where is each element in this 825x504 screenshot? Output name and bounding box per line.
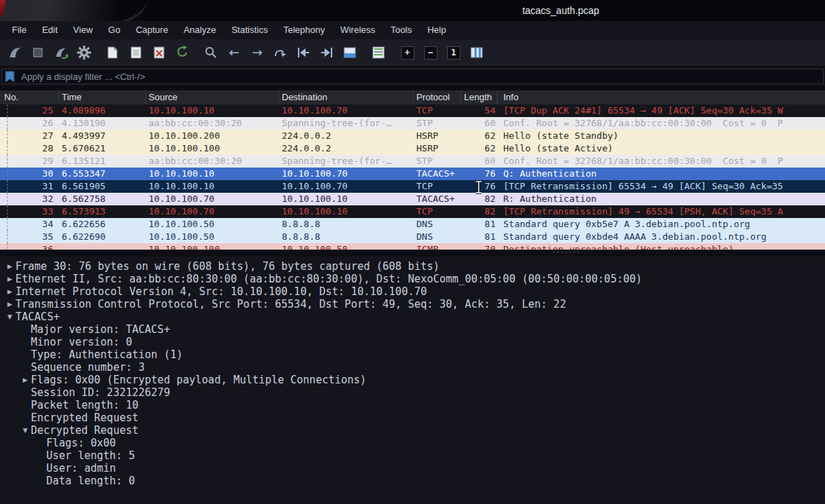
- go-first-packet-button[interactable]: [295, 43, 312, 62]
- detail-line-type[interactable]: Type: Authentication (1): [0, 348, 825, 361]
- splitter-grip-icon: [553, 247, 581, 256]
- detail-line-data-length[interactable]: Data length: 0: [0, 475, 825, 487]
- column-header-no[interactable]: No.: [0, 90, 59, 104]
- menu-item-file[interactable]: File: [4, 21, 34, 39]
- go-last-packet-button[interactable]: [318, 43, 335, 62]
- auto-scroll-button[interactable]: [341, 43, 358, 62]
- detail-line-frame[interactable]: Frame 30: 76 bytes on wire (608 bits), 7…: [0, 260, 825, 273]
- column-header-info[interactable]: Info: [498, 90, 825, 104]
- column-header-protocol[interactable]: Protocol: [414, 90, 461, 104]
- pane-splitter[interactable]: [0, 250, 825, 257]
- packet-list-pane: No. Time Source Destination Protocol Len…: [0, 90, 825, 250]
- save-file-icon: [128, 44, 144, 61]
- detail-line-flags[interactable]: Flags: 0x00 (Encrypted payload, Multiple…: [0, 374, 825, 386]
- detail-line-user[interactable]: User: admin: [0, 462, 825, 475]
- capture-options-button[interactable]: [76, 43, 93, 62]
- detail-line-decrypted-flags[interactable]: Flags: 0x00: [0, 437, 825, 449]
- display-filter-input[interactable]: [20, 71, 820, 83]
- colorize-button[interactable]: [370, 43, 387, 62]
- packet-row-28[interactable]: 28 5.670621 10.10.100.100 224.0.0.2 HSRP…: [0, 142, 825, 155]
- menu-item-view[interactable]: View: [65, 21, 100, 39]
- detail-line-session-id[interactable]: Session ID: 2321226279: [0, 386, 825, 399]
- expand-arrow-icon[interactable]: [4, 263, 15, 270]
- detail-line-encrypted-request[interactable]: Encrypted Request: [0, 411, 825, 424]
- zoom-original-icon: 1: [447, 46, 461, 60]
- collapse-arrow-icon[interactable]: [20, 427, 31, 434]
- packet-row-29[interactable]: 29 6.135121 aa:bb:cc:00:30:20 Spanning-t…: [0, 155, 825, 168]
- open-file-button[interactable]: [104, 43, 121, 62]
- expand-arrow-icon[interactable]: [4, 288, 15, 295]
- packet-row-36[interactable]: 36 10.10.100.100 10.10.100.50 ICMP 70 De…: [0, 243, 825, 250]
- titlebar[interactable]: tacacs_auth.pcap: [0, 0, 825, 21]
- zoom-original-button[interactable]: 1: [445, 43, 462, 62]
- column-header-length[interactable]: Length: [461, 90, 498, 104]
- detail-text: Type: Authentication (1): [31, 348, 183, 361]
- packet-row-32[interactable]: 32 6.562758 10.10.100.70 10.10.100.10 TA…: [0, 193, 825, 205]
- save-file-button[interactable]: [128, 43, 144, 62]
- close-file-button[interactable]: [151, 43, 168, 62]
- packet-protocol: STP: [414, 117, 461, 130]
- find-packet-button[interactable]: [203, 43, 219, 62]
- filter-bookmark-icon[interactable]: [5, 71, 15, 83]
- detail-line-user-length[interactable]: User length: 5: [0, 449, 825, 462]
- detail-line-ethernet[interactable]: Ethernet II, Src: aa:bb:cc:80:30:00 (aa:…: [0, 273, 825, 285]
- menu-item-help[interactable]: Help: [420, 21, 454, 39]
- detail-line-minor-version[interactable]: Minor version: 0: [0, 336, 825, 348]
- detail-line-decrypted-request[interactable]: Decrypted Request: [0, 424, 825, 437]
- display-filter-input-container[interactable]: [1, 69, 824, 84]
- column-header-destination[interactable]: Destination: [279, 90, 414, 104]
- expand-arrow-icon[interactable]: [20, 376, 31, 383]
- detail-line-sequence-number[interactable]: Sequence number: 3: [0, 361, 825, 374]
- packet-destination: 10.10.100.70: [279, 104, 414, 117]
- column-header-source[interactable]: Source: [146, 90, 279, 104]
- go-forward-button[interactable]: →: [249, 43, 266, 62]
- packet-row-31[interactable]: 31 6.561905 10.10.100.10 10.10.100.70 TC…: [0, 180, 825, 193]
- menu-item-telephony[interactable]: Telephony: [275, 21, 332, 39]
- stop-square-icon: [29, 44, 46, 61]
- menu-item-capture[interactable]: Capture: [128, 21, 176, 39]
- go-to-packet-button[interactable]: [272, 43, 289, 62]
- packet-row-27[interactable]: 27 4.493997 10.10.100.200 224.0.0.2 HSRP…: [0, 130, 825, 142]
- detail-line-major-version[interactable]: Major version: TACACS+: [0, 323, 825, 336]
- packet-time: [59, 243, 146, 250]
- menu-bar: File Edit View Go Capture Analyze Statis…: [0, 21, 825, 39]
- go-back-button[interactable]: ←: [226, 43, 243, 62]
- capture-stop-button[interactable]: [29, 43, 46, 62]
- packet-row-25[interactable]: 25 4.089896 10.10.100.10 10.10.100.70 TC…: [0, 104, 825, 117]
- packet-row-34[interactable]: 34 6.622656 10.10.100.50 8.8.8.8 DNS 81 …: [0, 218, 825, 231]
- detail-line-tacacs[interactable]: TACACS+: [0, 311, 825, 323]
- menu-item-go[interactable]: Go: [100, 21, 128, 39]
- packet-length: 81: [461, 231, 498, 243]
- zoom-out-button[interactable]: −: [422, 43, 439, 62]
- menu-item-tools[interactable]: Tools: [383, 21, 419, 39]
- packet-length: 82: [461, 193, 498, 205]
- menu-item-analyze[interactable]: Analyze: [176, 21, 224, 39]
- expand-arrow-icon[interactable]: [4, 301, 15, 308]
- resize-columns-button[interactable]: [468, 43, 485, 62]
- packet-row-35[interactable]: 35 6.622690 10.10.100.50 8.8.8.8 DNS 81 …: [0, 231, 825, 243]
- detail-line-packet-length[interactable]: Packet length: 10: [0, 399, 825, 411]
- filter-bar: [0, 67, 825, 86]
- resize-columns-icon: [468, 44, 485, 61]
- packet-no: 25: [0, 104, 59, 117]
- packet-length: 62: [461, 142, 498, 155]
- collapse-arrow-icon[interactable]: [4, 313, 15, 320]
- packet-row-33[interactable]: 33 6.573913 10.10.100.70 10.10.100.10 TC…: [0, 205, 825, 218]
- packet-time: 5.670621: [59, 142, 146, 155]
- zoom-in-button[interactable]: +: [399, 43, 416, 62]
- menu-item-wireless[interactable]: Wireless: [332, 21, 383, 39]
- capture-start-button[interactable]: [6, 43, 23, 62]
- detail-line-ip[interactable]: Internet Protocol Version 4, Src: 10.10.…: [0, 285, 825, 298]
- column-header-time[interactable]: Time: [59, 90, 146, 104]
- packet-row-26[interactable]: 26 4.130190 aa:bb:cc:00:30:20 Spanning-t…: [0, 117, 825, 130]
- packet-no: 30: [0, 168, 59, 180]
- menu-item-statistics[interactable]: Statistics: [224, 21, 275, 39]
- packet-no: 34: [0, 218, 59, 231]
- expand-arrow-icon[interactable]: [4, 275, 15, 282]
- capture-restart-button[interactable]: [53, 43, 69, 62]
- reload-file-button[interactable]: [174, 43, 191, 62]
- detail-line-tcp[interactable]: Transmission Control Protocol, Src Port:…: [0, 298, 825, 311]
- detail-text: Ethernet II, Src: aa:bb:cc:80:30:00 (aa:…: [15, 273, 642, 285]
- menu-item-edit[interactable]: Edit: [34, 21, 65, 39]
- packet-row-30-selected[interactable]: 30 6.553347 10.10.100.10 10.10.100.70 TA…: [0, 168, 825, 180]
